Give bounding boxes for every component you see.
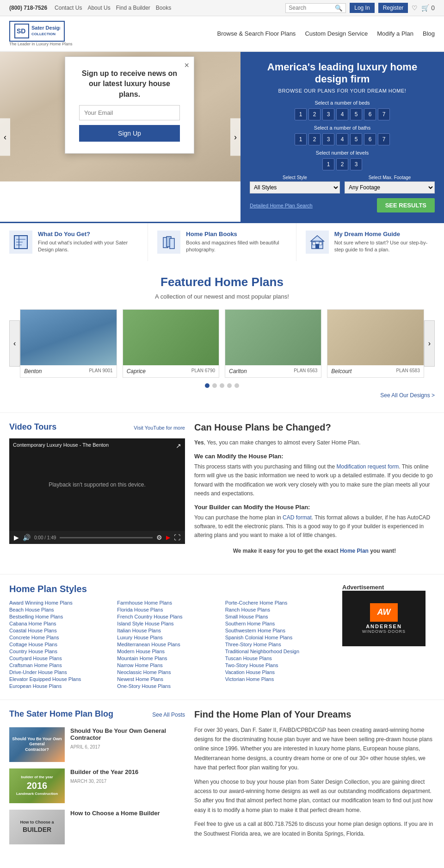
style-neoclassic[interactable]: Neoclassic Home Plans bbox=[117, 669, 225, 675]
wishlist-icon[interactable]: ♡ bbox=[412, 4, 418, 12]
style-ranch[interactable]: Ranch House Plans bbox=[225, 607, 333, 612]
nav-browse[interactable]: Browse & Search Floor Plans bbox=[217, 30, 296, 37]
style-french-country[interactable]: French Country House Plans bbox=[117, 614, 225, 619]
find-builder-link[interactable]: Find a Builder bbox=[116, 5, 150, 11]
search-box[interactable]: 🔍 bbox=[285, 3, 346, 13]
style-award[interactable]: Award Winning Home Plans bbox=[9, 600, 117, 606]
volume-button[interactable]: 🔊 bbox=[23, 534, 31, 541]
style-concrete[interactable]: Concrete Home Plans bbox=[9, 635, 117, 640]
login-button[interactable]: Log In bbox=[350, 3, 374, 13]
style-country[interactable]: Country House Plans bbox=[9, 649, 117, 654]
ad-box[interactable]: AW ANDERSEN WINDOWS·DOORS bbox=[342, 591, 426, 646]
baths-5[interactable]: 5 bbox=[350, 133, 362, 145]
play-button[interactable]: ▶ bbox=[14, 534, 19, 541]
style-traditional-neighborhood[interactable]: Traditional Neighborhood Design bbox=[225, 649, 333, 654]
dot-1[interactable] bbox=[212, 383, 217, 388]
style-cabana[interactable]: Cabana Home Plans bbox=[9, 621, 117, 626]
plan-card-0[interactable]: Benton PLAN 9001 bbox=[20, 309, 117, 378]
style-modern[interactable]: Modern House Plans bbox=[117, 649, 225, 654]
email-input[interactable] bbox=[79, 105, 180, 120]
style-island[interactable]: Island Style House Plans bbox=[117, 621, 225, 626]
style-mountain[interactable]: Mountain Home Plans bbox=[117, 656, 225, 661]
carousel-prev-button[interactable]: ‹ bbox=[0, 118, 10, 156]
style-one-story[interactable]: One-Story House Plans bbox=[117, 683, 225, 689]
youtube-button[interactable]: ▶ bbox=[166, 534, 170, 541]
style-farmhouse[interactable]: Farmhouse Home Plans bbox=[117, 600, 225, 606]
settings-button[interactable]: ⚙ bbox=[156, 534, 162, 541]
beds-2[interactable]: 2 bbox=[308, 108, 321, 120]
cart-icon[interactable]: 🛒 0 bbox=[421, 4, 435, 12]
search-button[interactable]: 🔍 bbox=[335, 5, 343, 12]
youtube-link[interactable]: Visit YouTube for more bbox=[134, 425, 185, 431]
dot-0[interactable] bbox=[205, 383, 210, 388]
dot-4[interactable] bbox=[234, 383, 239, 388]
levels-2[interactable]: 2 bbox=[336, 158, 348, 170]
dot-2[interactable] bbox=[220, 383, 224, 388]
signup-button[interactable]: Sign Up bbox=[79, 125, 180, 142]
style-european[interactable]: European House Plans bbox=[9, 683, 117, 689]
style-mediterranean[interactable]: Mediterranean House Plans bbox=[117, 642, 225, 647]
beds-5[interactable]: 5 bbox=[350, 108, 362, 120]
levels-3[interactable]: 3 bbox=[350, 158, 362, 170]
style-luxury[interactable]: Luxury House Plans bbox=[117, 635, 225, 640]
blog-item-0[interactable]: Should You Be Your OwnGeneralContractor?… bbox=[9, 727, 185, 762]
about-link[interactable]: About Us bbox=[87, 5, 110, 11]
see-all-posts-link[interactable]: See All Posts bbox=[152, 712, 185, 718]
plan-card-2[interactable]: Carlton PLAN 6563 bbox=[225, 309, 321, 378]
baths-1[interactable]: 1 bbox=[295, 133, 307, 145]
modal-close-button[interactable]: × bbox=[184, 61, 189, 70]
style-two-story[interactable]: Two-Story House Plans bbox=[225, 662, 333, 668]
blog-title-2[interactable]: How to Choose a Home Builder bbox=[70, 810, 160, 817]
nav-blog[interactable]: Blog bbox=[423, 30, 435, 37]
style-italian[interactable]: Italian House Plans bbox=[117, 628, 225, 633]
style-narrow[interactable]: Narrow Home Plans bbox=[117, 662, 225, 668]
style-three-story[interactable]: Three-Story Home Plans bbox=[225, 642, 333, 647]
plan-card-3[interactable]: Belcourt PLAN 6583 bbox=[327, 309, 424, 378]
home-plan-link[interactable]: Home Plan bbox=[340, 548, 369, 554]
style-elevator[interactable]: Elevator Equipped House Plans bbox=[9, 676, 117, 682]
style-cottage[interactable]: Cottage House Plans bbox=[9, 642, 117, 647]
video-player[interactable]: Contemporary Luxury House - The Benton ↗… bbox=[9, 438, 185, 531]
see-all-link[interactable]: See All Our Designs > bbox=[380, 392, 435, 399]
carousel-next-button[interactable]: › bbox=[230, 118, 240, 156]
plans-next-button[interactable]: › bbox=[424, 320, 435, 367]
see-results-button[interactable]: SEE RESULTS bbox=[377, 198, 435, 212]
beds-7[interactable]: 7 bbox=[378, 108, 390, 120]
video-progress-bar[interactable] bbox=[60, 537, 153, 538]
plan-card-1[interactable]: Caprice PLAN 6790 bbox=[123, 309, 219, 378]
style-bestselling[interactable]: Bestselling Home Plans bbox=[9, 614, 117, 619]
books-link[interactable]: Books bbox=[156, 5, 171, 11]
logo[interactable]: SD Sater Design COLLECTION The Leader in… bbox=[9, 21, 73, 46]
style-beach[interactable]: Beach House Plans bbox=[9, 607, 117, 612]
footage-select[interactable]: Any Footage bbox=[345, 181, 435, 194]
share-icon[interactable]: ↗ bbox=[176, 442, 181, 450]
style-southwestern[interactable]: Southwestern Home Plans bbox=[225, 628, 333, 633]
blog-item-1[interactable]: builder of the year2016Landmark Construc… bbox=[9, 768, 185, 803]
beds-1[interactable]: 1 bbox=[295, 108, 307, 120]
blog-item-2[interactable]: How to Choose aBUILDER How to Choose a H… bbox=[9, 810, 185, 844]
style-tuscan[interactable]: Tuscan House Plans bbox=[225, 656, 333, 661]
style-vacation[interactable]: Vacation House Plans bbox=[225, 669, 333, 675]
style-courtyard[interactable]: Courtyard House Plans bbox=[9, 656, 117, 661]
modification-form-link[interactable]: Modification request form bbox=[337, 463, 399, 470]
register-button[interactable]: Register bbox=[378, 3, 408, 13]
beds-6[interactable]: 6 bbox=[364, 108, 376, 120]
style-craftsman[interactable]: Craftsman Home Plans bbox=[9, 662, 117, 668]
style-porte-cochere[interactable]: Porte-Cochere Home Plans bbox=[225, 600, 333, 606]
style-newest[interactable]: Newest Home Plans bbox=[117, 676, 225, 682]
style-victorian[interactable]: Victorian Home Plans bbox=[225, 676, 333, 682]
beds-3[interactable]: 3 bbox=[322, 108, 334, 120]
nav-modify[interactable]: Modify a Plan bbox=[377, 30, 413, 37]
contact-link[interactable]: Contact Us bbox=[55, 5, 82, 11]
nav-custom[interactable]: Custom Design Service bbox=[305, 30, 368, 37]
baths-7[interactable]: 7 bbox=[378, 133, 390, 145]
baths-3[interactable]: 3 bbox=[322, 133, 334, 145]
beds-4[interactable]: 4 bbox=[336, 108, 348, 120]
levels-1[interactable]: 1 bbox=[322, 158, 334, 170]
style-coastal[interactable]: Coastal House Plans bbox=[9, 628, 117, 633]
style-southern[interactable]: Southern Home Plans bbox=[225, 621, 333, 626]
blog-title-1[interactable]: Builder of the Year 2016 bbox=[70, 768, 138, 775]
baths-2[interactable]: 2 bbox=[308, 133, 321, 145]
dot-3[interactable] bbox=[227, 383, 232, 388]
fullscreen-button[interactable]: ⛶ bbox=[174, 534, 180, 541]
